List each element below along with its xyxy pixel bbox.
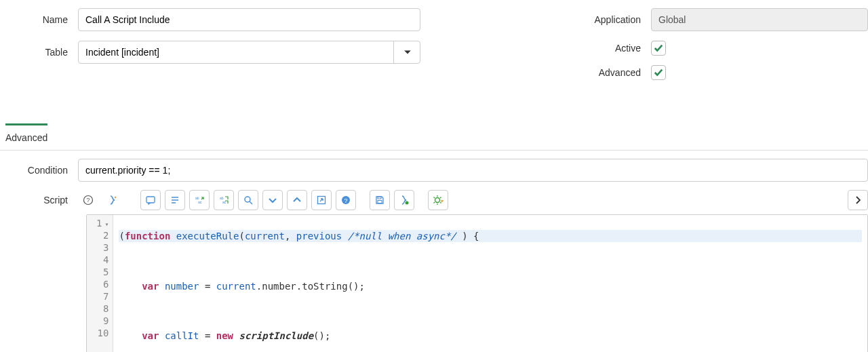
find-next-icon[interactable] (262, 190, 283, 210)
script-type-icon[interactable] (102, 190, 123, 210)
svg-point-14 (406, 201, 409, 205)
find-prev-icon[interactable] (287, 190, 307, 210)
search-icon[interactable] (238, 190, 258, 210)
help-button-icon[interactable]: ? (336, 190, 356, 210)
active-checkbox[interactable] (651, 41, 666, 56)
table-select[interactable] (78, 41, 420, 64)
tab-bar: Advanced (0, 123, 868, 151)
condition-input[interactable] (78, 159, 868, 182)
chevron-right-icon[interactable] (848, 190, 868, 210)
advanced-checkbox[interactable] (651, 65, 666, 80)
svg-point-2 (115, 197, 116, 198)
condition-label: Condition (0, 165, 78, 176)
fold-icon[interactable]: ▾ (103, 220, 108, 229)
svg-point-8 (245, 197, 250, 202)
toggle-comment-icon[interactable] (140, 190, 161, 210)
format-code-icon[interactable] (165, 190, 185, 210)
svg-rect-3 (146, 197, 155, 203)
name-label: Name (0, 14, 78, 25)
code-area[interactable]: (function executeRule(current, previous … (113, 215, 867, 352)
application-field (651, 8, 868, 31)
svg-point-15 (435, 198, 440, 203)
svg-rect-13 (378, 201, 382, 203)
script-toolbar: ? abac abac ? (78, 190, 868, 210)
application-label: Application (448, 14, 651, 25)
svg-text:ac: ac (198, 200, 202, 204)
advanced-label: Advanced (448, 67, 651, 78)
svg-rect-12 (378, 197, 381, 199)
save-icon[interactable] (370, 190, 390, 210)
toggle-diff-icon[interactable] (394, 190, 414, 210)
help-icon[interactable]: ? (78, 190, 98, 210)
line-number-gutter: 1▾ 2 3 4 5 6 7 8 9 10 (87, 215, 113, 352)
script-label: Script (0, 195, 78, 206)
form-fields-grid: Name Table Application Active (0, 0, 868, 103)
replace-all-icon[interactable]: abac (214, 190, 234, 210)
svg-text:?: ? (344, 197, 347, 204)
replace-icon[interactable]: abac (189, 190, 210, 210)
svg-text:?: ? (86, 197, 90, 203)
table-label: Table (0, 47, 78, 58)
name-input[interactable] (78, 8, 420, 31)
fullscreen-icon[interactable] (311, 190, 332, 210)
active-label: Active (448, 43, 651, 54)
tab-advanced[interactable]: Advanced (5, 123, 47, 150)
script-editor[interactable]: 1▾ 2 3 4 5 6 7 8 9 10 (function executeR… (86, 214, 868, 352)
script-debugger-icon[interactable] (428, 190, 448, 210)
